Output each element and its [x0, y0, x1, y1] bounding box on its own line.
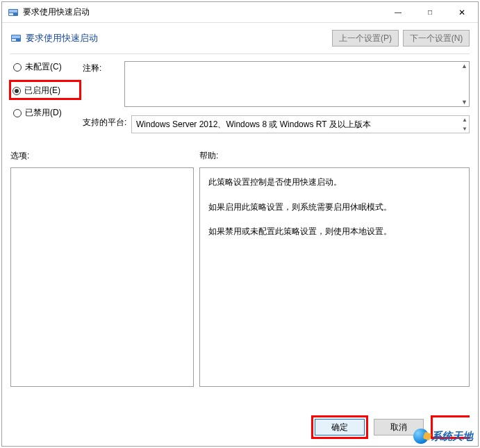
svg-rect-5: [12, 39, 16, 41]
radio-enabled[interactable]: 已启用(E): [13, 85, 78, 97]
scroll-down-icon: ▼: [462, 126, 467, 132]
platform-label: 支持的平台:: [83, 115, 131, 128]
svg-rect-1: [9, 10, 17, 13]
titlebar: 要求使用快速启动 — □ ✕: [2, 2, 478, 23]
divider: [10, 53, 470, 54]
ok-highlight: 确定: [311, 415, 368, 439]
enabled-highlight: 已启用(E): [9, 80, 81, 100]
radio-label: 已启用(E): [24, 85, 60, 97]
svg-rect-4: [12, 35, 20, 38]
comment-row: 注释: ▲ ▼: [83, 61, 470, 107]
help-label: 帮助:: [199, 150, 218, 162]
options-label: 选项:: [10, 150, 199, 162]
platform-textbox: Windows Server 2012、Windows 8 或 Windows …: [131, 115, 470, 133]
apply-highlight: [431, 415, 470, 439]
maximize-button[interactable]: □: [414, 2, 446, 22]
window-title: 要求使用快速启动: [23, 6, 382, 18]
scroll-up-icon: ▲: [462, 117, 467, 123]
pane-labels: 选项: 帮助:: [2, 138, 478, 165]
radio-label: 已禁用(D): [25, 107, 62, 119]
help-text: 如果禁用或未配置此策略设置，则使用本地设置。: [208, 224, 461, 240]
dialog-window: 要求使用快速启动 — □ ✕ 要求使用快速启动 上一个设置(P) 下一个设置(N…: [1, 1, 479, 447]
help-text: 此策略设置控制是否使用快速启动。: [208, 175, 461, 190]
radio-group: 未配置(C) 已启用(E) 已禁用(D): [13, 61, 80, 128]
header-title: 要求使用快速启动: [26, 32, 328, 44]
radio-not-configured[interactable]: 未配置(C): [13, 61, 80, 73]
options-pane: [10, 167, 194, 387]
comment-label: 注释:: [83, 61, 124, 74]
scroll-up-icon: ▲: [461, 63, 467, 69]
footer: 确定 取消: [311, 415, 470, 439]
fields: 注释: ▲ ▼ 支持的平台: Windows Server 2012、Windo…: [80, 61, 470, 138]
minimize-button[interactable]: —: [382, 2, 414, 22]
config-row: 未配置(C) 已启用(E) 已禁用(D) 注释: ▲ ▼: [2, 60, 478, 138]
next-setting-button[interactable]: 下一个设置(N): [403, 30, 470, 47]
window-controls: — □ ✕: [382, 2, 478, 22]
help-text: 如果启用此策略设置，则系统需要启用休眠模式。: [208, 200, 461, 215]
policy-icon: [10, 33, 22, 44]
panes: 此策略设置控制是否使用快速启动。 如果启用此策略设置，则系统需要启用休眠模式。 …: [2, 165, 478, 387]
header: 要求使用快速启动 上一个设置(P) 下一个设置(N): [2, 23, 478, 49]
radio-icon: [13, 87, 21, 95]
svg-rect-2: [9, 13, 13, 15]
ok-button[interactable]: 确定: [315, 419, 365, 435]
cancel-button[interactable]: 取消: [374, 419, 424, 435]
previous-setting-button[interactable]: 上一个设置(P): [332, 30, 399, 47]
platform-value: Windows Server 2012、Windows 8 或 Windows …: [136, 119, 371, 131]
radio-icon: [13, 63, 22, 72]
close-button[interactable]: ✕: [446, 2, 478, 22]
scroll-down-icon: ▼: [461, 99, 467, 106]
comment-textarea[interactable]: ▲ ▼: [124, 61, 470, 107]
help-pane: 此策略设置控制是否使用快速启动。 如果启用此策略设置，则系统需要启用休眠模式。 …: [199, 167, 470, 387]
radio-label: 未配置(C): [25, 61, 62, 73]
radio-disabled[interactable]: 已禁用(D): [13, 107, 80, 119]
app-icon: [8, 7, 19, 18]
radio-icon: [13, 109, 22, 117]
platform-row: 支持的平台: Windows Server 2012、Windows 8 或 W…: [83, 115, 470, 133]
